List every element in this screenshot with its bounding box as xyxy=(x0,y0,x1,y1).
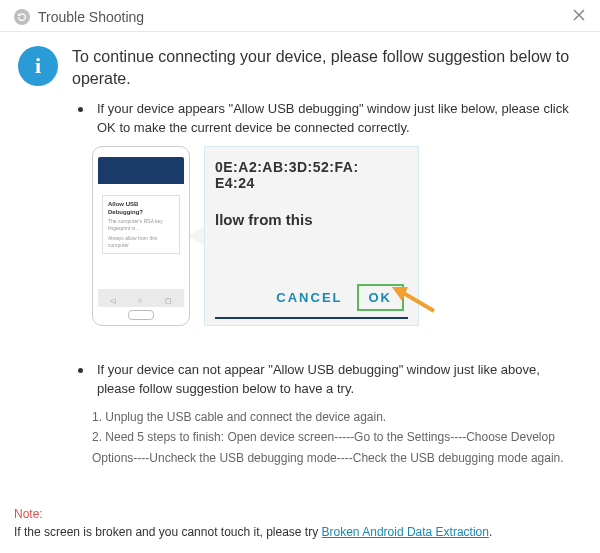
speech-pointer-icon xyxy=(188,226,204,246)
dialog-underline xyxy=(215,317,408,319)
close-button[interactable] xyxy=(572,8,586,25)
step-1: 1. Unplug the USB cable and connect the … xyxy=(92,407,578,427)
dialog-zoom: 0E:A2:AB:3D:52:FA: E4:24 llow from this … xyxy=(204,146,419,326)
nav-back-icon: ◁ xyxy=(110,297,115,305)
allow-line: llow from this xyxy=(215,211,408,228)
phone-mockup: Allow USB Debugging? The computer's RSA … xyxy=(92,146,190,326)
header-row: i To continue connecting your device, pl… xyxy=(18,46,578,91)
phone-dialog-title: Allow USB Debugging? xyxy=(108,201,174,217)
suggestion-1-text: If your device appears "Allow USB debugg… xyxy=(97,99,578,138)
phone-screen: Allow USB Debugging? The computer's RSA … xyxy=(98,157,184,307)
info-icon: i xyxy=(18,46,58,86)
close-icon xyxy=(572,8,586,22)
note-text: If the screen is broken and you cannot t… xyxy=(14,525,322,539)
step-2: 2. Need 5 steps to finish: Open device s… xyxy=(92,427,578,468)
dialog-title: Trouble Shooting xyxy=(38,9,144,25)
content-area: i To continue connecting your device, pl… xyxy=(0,32,600,478)
heading-text: To continue connecting your device, plea… xyxy=(72,46,578,91)
note-suffix: . xyxy=(489,525,492,539)
dialog-buttons: CANCEL OK xyxy=(276,284,404,311)
titlebar: Trouble Shooting xyxy=(0,0,600,32)
phone-dialog-body: The computer's RSA key fingerprint is ..… xyxy=(108,218,174,231)
titlebar-left: Trouble Shooting xyxy=(14,9,144,25)
suggestion-2-text: If your device can not appear "Allow USB… xyxy=(97,360,578,399)
ok-button[interactable]: OK xyxy=(357,284,405,311)
note-block: Note: If the screen is broken and you ca… xyxy=(14,505,586,541)
suggestion-1: If your device appears "Allow USB debugg… xyxy=(68,99,578,138)
phone-dialog-always: Always allow from this computer xyxy=(108,235,174,248)
bullet-icon xyxy=(78,368,83,373)
steps-list: 1. Unplug the USB cable and connect the … xyxy=(92,407,578,468)
note-label: Note: xyxy=(14,507,43,521)
cancel-button[interactable]: CANCEL xyxy=(276,290,342,305)
note-link[interactable]: Broken Android Data Extraction xyxy=(322,525,489,539)
suggestions: If your device appears "Allow USB debugg… xyxy=(18,99,578,468)
app-icon xyxy=(14,9,30,25)
fingerprint-line-1: 0E:A2:AB:3D:52:FA: xyxy=(215,159,408,175)
illustration: Allow USB Debugging? The computer's RSA … xyxy=(92,146,578,326)
bullet-icon xyxy=(78,107,83,112)
nav-home-icon: ○ xyxy=(138,297,142,305)
suggestion-2: If your device can not appear "Allow USB… xyxy=(68,360,578,399)
fingerprint-line-2: E4:24 xyxy=(215,175,408,191)
phone-dialog: Allow USB Debugging? The computer's RSA … xyxy=(102,195,180,255)
nav-recent-icon: ▢ xyxy=(165,297,172,305)
phone-nav-bar: ◁ ○ ▢ xyxy=(98,297,184,305)
